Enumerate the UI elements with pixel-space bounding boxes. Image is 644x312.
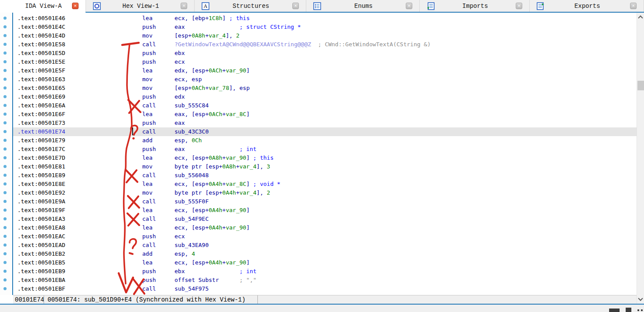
disasm-operands: esp, 0Ch	[175, 136, 202, 145]
nav-dot	[3, 278, 7, 281]
disasm-mnemonic: call	[142, 285, 156, 293]
disasm-row[interactable]: .text:00501E6Acallsub_555C84	[13, 101, 637, 110]
disasm-row[interactable]: .text:00501EADcallsub_43EA90	[13, 241, 637, 250]
disasm-address: .text:00501E6A	[17, 101, 65, 110]
disasm-row[interactable]: .text:00501E4Cpusheax ; struct CString *	[13, 23, 637, 31]
disasm-mnemonic: push	[142, 49, 156, 58]
tab-ida-view-a[interactable]: IDA View-A✕	[0, 0, 86, 12]
nav-dot	[3, 78, 7, 81]
disasm-row[interactable]: .text:00501E89callsub_556048	[13, 171, 637, 180]
disasm-row[interactable]: .text:00501EACpushecx	[13, 232, 637, 241]
disasm-operands: ecx, esp	[175, 75, 202, 84]
disasm-row[interactable]: .text:00501E73pusheax	[13, 119, 637, 127]
nav-dot	[3, 43, 7, 46]
disasm-operands: ecx, [esp+0A4h+var_90]	[175, 258, 250, 267]
scrollbar-thumb[interactable]	[637, 81, 644, 90]
nav-dot	[3, 25, 7, 28]
disasm-mnemonic: push	[142, 267, 156, 276]
disasm-mnemonic: push	[142, 119, 156, 127]
nav-dot	[3, 156, 7, 159]
disasm-address: .text:00501E6F	[17, 110, 65, 119]
tab-enums[interactable]: Enums✕	[306, 0, 420, 12]
nav-dot	[3, 147, 7, 151]
scroll-up-icon[interactable]	[638, 15, 643, 20]
disasm-row[interactable]: .text:00501E5Dpushebx	[13, 49, 637, 58]
disasm-row[interactable]: .text:00501E6Fleaeax, [esp+0ACh+var_8C]	[13, 110, 637, 119]
disasm-address: .text:00501E46	[17, 14, 65, 23]
disasm-address: .text:00501E63	[17, 75, 65, 84]
disasm-mnemonic: call	[142, 215, 156, 223]
disasm-row[interactable]: .text:00501EA3callsub_54F9EC	[13, 215, 637, 223]
disasm-row[interactable]: .text:00501EBFcallsub_54F975	[13, 285, 637, 293]
disasm-row[interactable]: .text:00501E8Eleaecx, [esp+0A4h+var_8C] …	[13, 180, 637, 189]
disasm-row[interactable]: .text:00501EB2addesp, 4	[13, 250, 637, 258]
disasm-mnemonic: call	[142, 241, 156, 250]
disasm-row[interactable]: .text:00501E5Fleaedx, [esp+0ACh+var_90]	[13, 66, 637, 75]
disasm-row[interactable]: .text:00501E46leaecx, [ebp+1C8h] ; this	[13, 14, 637, 23]
disasm-mnemonic: call	[142, 197, 156, 206]
disasm-row[interactable]: .text:00501E63movecx, esp	[13, 75, 637, 84]
tab-hex-view-1[interactable]: Hex View-1✕	[86, 0, 195, 12]
disasm-mnemonic: push	[142, 93, 156, 101]
disasm-row[interactable]: .text:00501E81movbyte ptr [esp+0A8h+var_…	[13, 162, 637, 171]
disasm-row[interactable]: .text:00501E7Dleaecx, [esp+0A8h+var_90] …	[13, 154, 637, 162]
disasm-row[interactable]: .text:00501E79addesp, 0Ch	[13, 136, 637, 145]
tab-close-icon[interactable]: ✕	[292, 3, 299, 9]
disasm-address: .text:00501E69	[17, 93, 65, 101]
disasm-address: .text:00501E89	[17, 171, 65, 180]
tab-close-icon[interactable]: ✕	[630, 3, 637, 9]
cropped-icon-2	[626, 308, 631, 312]
imports-icon	[427, 2, 435, 10]
disasm-operands: ecx, [esp+0A4h+var_90]	[175, 206, 250, 215]
tab-close-icon[interactable]: ✕	[181, 3, 187, 9]
disasm-row[interactable]: .text:00501E74callsub_43C3C0	[13, 127, 637, 136]
disasm-row[interactable]: .text:00501EB5leaecx, [esp+0A4h+var_90]	[13, 258, 637, 267]
disasm-address: .text:00501EAC	[17, 232, 65, 241]
scroll-down-icon[interactable]	[638, 296, 643, 301]
tab-exports[interactable]: Exports✕	[530, 0, 644, 12]
disasm-row[interactable]: .text:00501E58call?GetWindowTextA@CWnd@@…	[13, 40, 637, 49]
disasm-address: .text:00501EBA	[17, 276, 65, 285]
disasm-row[interactable]: .text:00501E5Epushecx	[13, 58, 637, 66]
disasm-row[interactable]: .text:00501E65mov[esp+0ACh+var_78], esp	[13, 84, 637, 93]
disasm-operands: byte ptr [esp+0A8h+var_4], 3	[175, 162, 270, 171]
tab-close-icon[interactable]: ✕	[516, 3, 522, 9]
disasm-row[interactable]: .text:00501E69pushedx	[13, 93, 637, 101]
disasm-address: .text:00501E5D	[17, 49, 65, 58]
disasm-address: .text:00501E79	[17, 136, 65, 145]
disasm-row[interactable]: .text:00501E4Dmov[esp+0A8h+var_4], 2	[13, 31, 637, 40]
disasm-address: .text:00501E65	[17, 84, 65, 93]
tab-bar: IDA View-A✕Hex View-1✕AStructures✕Enums✕…	[0, 0, 644, 13]
disasm-operands: offset Substr ; ","	[175, 276, 257, 285]
disasm-mnemonic: push	[142, 232, 156, 241]
tab-close-icon[interactable]: ✕	[72, 3, 79, 9]
disasm-address: .text:00501E8E	[17, 180, 65, 189]
tab-close-icon[interactable]: ✕	[406, 3, 412, 9]
disasm-operands: ebx ; int	[175, 267, 257, 276]
enums-icon	[313, 2, 321, 10]
disasm-operands: ?GetWindowTextA@CWnd@@QBEXAAVCString@@@Z…	[175, 40, 431, 49]
disasm-address: .text:00501EAD	[17, 241, 65, 250]
nav-dot	[3, 60, 7, 63]
vertical-scrollbar[interactable]	[637, 13, 644, 304]
disasm-row[interactable]: .text:00501EA8leaecx, [esp+0A4h+var_90]	[13, 223, 637, 232]
disasm-operands: edx	[175, 93, 185, 101]
disasm-row[interactable]: .text:00501E7Cpusheax ; int	[13, 145, 637, 154]
disasm-operands: byte ptr [esp+0A4h+var_4], 2	[175, 189, 270, 197]
nav-dot	[3, 182, 7, 185]
disasm-address: .text:00501E4D	[17, 31, 65, 40]
disasm-row[interactable]: .text:00501E9Fleaecx, [esp+0A4h+var_90]	[13, 206, 637, 215]
disasm-row[interactable]: .text:00501EBApushoffset Substr ; ","	[13, 276, 637, 285]
disasm-mnemonic: push	[142, 58, 156, 66]
cropped-icon-dot-2	[641, 309, 643, 311]
disasm-mnemonic: push	[142, 145, 156, 154]
disasm-row[interactable]: .text:00501E92movbyte ptr [esp+0A4h+var_…	[13, 189, 637, 197]
tab-structures[interactable]: AStructures✕	[195, 0, 306, 12]
disasm-operands: sub_54F9EC	[175, 215, 209, 223]
disasm-operands: eax	[175, 119, 185, 127]
disasm-row[interactable]: .text:00501EB9pushebx ; int	[13, 267, 637, 276]
tab-label: Structures	[209, 3, 292, 10]
tab-imports[interactable]: Imports✕	[420, 0, 530, 12]
disasm-operands: ecx, [esp+0A8h+var_90] ; this	[175, 154, 274, 162]
disasm-row[interactable]: .text:00501E9Acallsub_555F0F	[13, 197, 637, 206]
